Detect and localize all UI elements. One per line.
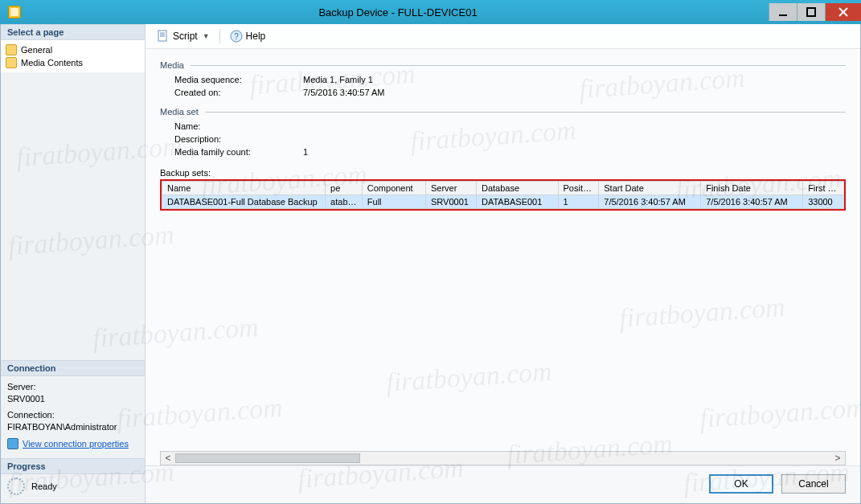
mediaset-desc-label: Description: (174, 134, 303, 144)
mediaset-count-value: 1 (303, 147, 308, 157)
app-icon (8, 6, 21, 18)
col-header-pe[interactable]: pe (326, 182, 363, 195)
sidebar-header-progress: Progress (1, 458, 145, 474)
col-header-first-lsn[interactable]: First LS (803, 182, 844, 195)
cell-first-lsn: 33000 (803, 195, 844, 209)
page-icon (6, 44, 17, 55)
media-group-title: Media (160, 60, 184, 70)
cancel-button-label: Cancel (798, 478, 828, 490)
script-icon (157, 30, 170, 43)
col-header-server[interactable]: Server (426, 182, 477, 195)
cell-server: SRV0001 (426, 195, 477, 209)
window-title: Backup Device - FULL-DEVICE01 (27, 6, 769, 18)
backup-sets-table[interactable]: Name pe Component Server Database Positi… (162, 181, 844, 209)
window-maximize-button[interactable] (797, 3, 825, 21)
svg-text:?: ? (234, 32, 239, 41)
svg-rect-1 (807, 8, 815, 16)
scroll-left-arrow-icon[interactable]: < (161, 453, 175, 464)
cell-pe: atabase (326, 195, 363, 209)
col-header-start[interactable]: Start Date (599, 182, 701, 195)
help-button-label: Help (246, 31, 266, 42)
scroll-right-arrow-icon[interactable]: > (830, 453, 845, 464)
cancel-button[interactable]: Cancel (781, 474, 846, 494)
content-area: Script ▼ ? Help Media Media sequence:Med… (146, 24, 860, 503)
sidebar: Select a page General Media Contents Con… (1, 24, 146, 503)
server-label: Server: (7, 382, 138, 391)
cell-finish: 7/5/2016 3:40:57 AM (701, 195, 803, 209)
server-value: SRV0001 (7, 394, 138, 404)
col-header-position[interactable]: Position (558, 182, 599, 195)
title-bar: Backup Device - FULL-DEVICE01 (0, 0, 861, 24)
media-created-label: Created on: (174, 88, 303, 97)
col-header-name[interactable]: Name (162, 182, 326, 195)
progress-spinner-icon (7, 477, 25, 495)
connection-properties-icon (7, 438, 18, 449)
cell-component: Full (362, 195, 425, 209)
window-close-button[interactable] (825, 3, 861, 21)
col-header-component[interactable]: Component (362, 182, 425, 195)
script-button[interactable]: Script ▼ (154, 29, 213, 43)
sidebar-header-select-page: Select a page (1, 24, 145, 40)
ok-button[interactable]: OK (709, 474, 773, 494)
svg-rect-0 (779, 14, 787, 16)
media-created-value: 7/5/2016 3:40:57 AM (303, 88, 385, 97)
connection-label: Connection: (7, 410, 138, 420)
ok-button-label: OK (734, 478, 748, 490)
chevron-down-icon: ▼ (203, 32, 210, 40)
horizontal-scrollbar[interactable]: < > (160, 451, 846, 465)
progress-status: Ready (31, 481, 57, 491)
cell-start: 7/5/2016 3:40:57 AM (599, 195, 701, 209)
view-connection-properties-link[interactable]: View connection properties (23, 439, 129, 449)
cell-position: 1 (558, 195, 599, 209)
cell-name: DATABASE001-Full Database Backup (162, 195, 326, 209)
col-header-finish[interactable]: Finish Date (701, 182, 803, 195)
sidebar-item-media-contents[interactable]: Media Contents (6, 56, 140, 69)
help-button[interactable]: ? Help (227, 29, 269, 43)
scroll-track[interactable] (175, 453, 830, 463)
scroll-thumb[interactable] (175, 453, 360, 463)
mediaset-group-title: Media set (160, 107, 199, 117)
sidebar-item-label: Media Contents (21, 58, 83, 68)
cell-database: DATABASE001 (476, 195, 558, 209)
sidebar-header-connection: Connection (1, 360, 145, 376)
col-header-database[interactable]: Database (476, 182, 558, 195)
media-sequence-value: Media 1, Family 1 (303, 75, 373, 84)
sidebar-item-general[interactable]: General (6, 43, 140, 56)
page-icon (6, 57, 17, 68)
window-minimize-button[interactable] (769, 3, 797, 21)
connection-value: FIRATBOYAN\Administrator (7, 422, 138, 432)
script-button-label: Script (173, 31, 198, 42)
mediaset-name-label: Name: (174, 121, 303, 131)
backup-sets-label: Backup sets: (160, 168, 846, 178)
media-sequence-label: Media sequence: (174, 75, 303, 84)
table-row[interactable]: DATABASE001-Full Database Backup atabase… (162, 195, 844, 209)
sidebar-item-label: General (21, 45, 52, 55)
mediaset-count-label: Media family count: (174, 147, 303, 157)
toolbar: Script ▼ ? Help (146, 24, 860, 49)
help-icon: ? (230, 30, 243, 43)
backup-sets-table-wrap: Name pe Component Server Database Positi… (160, 179, 846, 211)
